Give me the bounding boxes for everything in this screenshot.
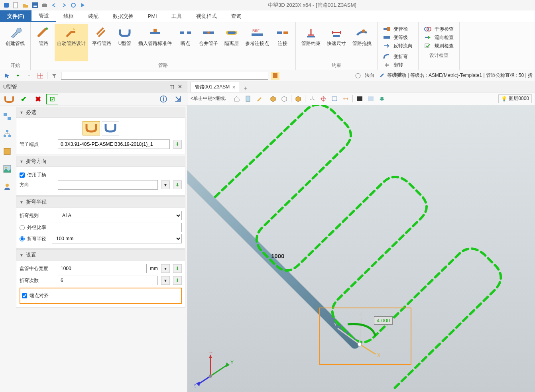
- btn-change-grade[interactable]: 变等级: [382, 34, 414, 41]
- btn-reverse-flow[interactable]: 反转流向: [382, 42, 414, 50]
- vp-layer-icon[interactable]: [378, 95, 386, 103]
- btn-pipe[interactable]: 管路: [34, 24, 53, 61]
- btn-parallel[interactable]: 平行管路: [90, 24, 114, 61]
- ratio-radio[interactable]: [20, 225, 25, 230]
- btn-drag[interactable]: 管路拖拽: [350, 24, 374, 61]
- btn-connect[interactable]: 连接: [273, 24, 292, 61]
- btn-auto-pipe[interactable]: 自动管路设计: [55, 24, 88, 61]
- btn-quick-dim[interactable]: 快速尺寸: [325, 24, 348, 61]
- app-icon[interactable]: [2, 2, 10, 9]
- tab-data[interactable]: 数据交换: [106, 10, 141, 22]
- doc-tab[interactable]: 管路001.Z3ASM ×: [191, 82, 240, 92]
- coil-input[interactable]: [58, 264, 147, 273]
- tab-file[interactable]: 文件(F): [0, 10, 31, 22]
- filter-input[interactable]: [61, 72, 268, 80]
- count-input[interactable]: [58, 276, 158, 285]
- minus-icon[interactable]: −: [25, 72, 33, 80]
- layer-box[interactable]: 💡 图层0000: [498, 94, 532, 103]
- ok-button[interactable]: ✔: [18, 94, 30, 104]
- vp-color-icon[interactable]: [355, 95, 364, 103]
- box-icon[interactable]: [271, 72, 279, 80]
- sec-benddir[interactable]: 折弯方向: [16, 156, 185, 167]
- btn-merge[interactable]: 合并管子: [197, 24, 220, 61]
- tab-asm[interactable]: 装配: [81, 10, 106, 22]
- tab-visual[interactable]: 视觉样式: [189, 10, 224, 22]
- vp-target-icon[interactable]: [319, 95, 328, 103]
- undo-icon[interactable]: [50, 2, 58, 9]
- vp-measure-icon[interactable]: [341, 95, 350, 103]
- filter-icon[interactable]: [50, 72, 59, 80]
- opt-u2[interactable]: [102, 121, 119, 135]
- play-icon[interactable]: [79, 2, 87, 9]
- btn-ref-conn[interactable]: REF参考连接点: [243, 24, 271, 61]
- btn-change-bend[interactable]: 变折弯: [382, 53, 414, 61]
- count-pick[interactable]: ⬇: [173, 276, 182, 285]
- btn-create-line[interactable]: 创建管线: [3, 24, 27, 61]
- vp-doc-icon[interactable]: [244, 95, 252, 103]
- radius-select[interactable]: 100 mm: [52, 234, 182, 243]
- tab-pipe[interactable]: 管道: [31, 10, 56, 22]
- btn-u-tube[interactable]: U型管: [115, 24, 134, 61]
- print-icon[interactable]: [41, 2, 49, 9]
- doc-tab-close[interactable]: ×: [232, 84, 235, 90]
- sec-bendrad[interactable]: 折弯半径: [16, 196, 185, 208]
- tab-tool[interactable]: 工具: [164, 10, 189, 22]
- endpoint-input[interactable]: [58, 139, 170, 149]
- btn-flip[interactable]: 翻转: [382, 61, 414, 69]
- vp-axis-icon[interactable]: [308, 95, 317, 103]
- ratio-input[interactable]: [52, 223, 182, 232]
- use-handle-chk[interactable]: [20, 172, 25, 178]
- save-icon[interactable]: [31, 2, 39, 9]
- vp-cube3-icon[interactable]: [294, 95, 303, 103]
- vp-pencil-icon[interactable]: [255, 95, 264, 103]
- radius-radio[interactable]: [20, 236, 25, 241]
- tab-add[interactable]: +: [240, 85, 252, 92]
- tab-pmi[interactable]: PMI: [141, 10, 164, 22]
- tab-query[interactable]: 查询: [224, 10, 249, 22]
- btn-rule-check[interactable]: 规则检查: [423, 42, 455, 50]
- refresh-icon[interactable]: [69, 2, 77, 9]
- vp-cube1-icon[interactable]: [269, 95, 277, 103]
- btn-break[interactable]: 断点: [176, 24, 195, 61]
- sec-required[interactable]: 必选: [16, 107, 185, 118]
- normal-icon[interactable]: [354, 72, 362, 80]
- dir-input[interactable]: [58, 180, 158, 190]
- vp-cube2-icon[interactable]: [280, 95, 289, 103]
- count-spin[interactable]: ▾: [161, 276, 170, 285]
- sb-box-icon[interactable]: [2, 146, 13, 157]
- cancel-button[interactable]: ✖: [32, 94, 44, 104]
- apply-button[interactable]: ☑: [46, 94, 58, 104]
- opt-u1[interactable]: [83, 121, 100, 135]
- sb-user-icon[interactable]: [2, 181, 13, 192]
- btn-constraint[interactable]: 管路约束: [299, 24, 323, 61]
- btn-insulate[interactable]: 隔离层: [222, 24, 241, 61]
- align-chk[interactable]: [22, 293, 27, 298]
- vp-bg-icon[interactable]: [366, 95, 375, 103]
- plus-icon[interactable]: +: [14, 72, 22, 80]
- rule-select[interactable]: A1A: [58, 211, 182, 220]
- select-icon[interactable]: [2, 72, 11, 80]
- coil-pick[interactable]: ⬇: [173, 264, 182, 273]
- info-icon[interactable]: ⓘ: [157, 94, 169, 104]
- tab-wire[interactable]: 线框: [56, 10, 81, 22]
- redo-icon[interactable]: [60, 2, 68, 9]
- cmd-icon[interactable]: [3, 94, 15, 104]
- coil-spin[interactable]: ▾: [161, 264, 170, 273]
- vp-rect-icon[interactable]: [330, 95, 339, 103]
- sb-hierarchy-icon[interactable]: [2, 128, 13, 139]
- btn-interfere[interactable]: 干涉检查: [423, 25, 455, 33]
- btn-change-diam[interactable]: 变管径: [382, 25, 414, 33]
- endpoint-pick[interactable]: ⬇: [173, 140, 182, 149]
- sb-image-icon[interactable]: [2, 163, 13, 174]
- close-icon[interactable]: ✕: [176, 83, 184, 90]
- btn-insert-std[interactable]: 插入管路标准件: [136, 24, 174, 61]
- sec-settings[interactable]: 设置: [16, 249, 185, 261]
- btn-flow-check[interactable]: 流向检查: [423, 34, 455, 41]
- new-icon[interactable]: [12, 2, 20, 9]
- canvas[interactable]: 1000 Y Z X 4-000 X Y Z: [187, 105, 535, 392]
- grid-icon[interactable]: [36, 72, 45, 80]
- open-icon[interactable]: [22, 2, 30, 9]
- vp-home-icon[interactable]: [232, 95, 241, 103]
- dir-pick[interactable]: ⬇: [173, 180, 182, 189]
- restore-icon[interactable]: ◫: [168, 83, 176, 90]
